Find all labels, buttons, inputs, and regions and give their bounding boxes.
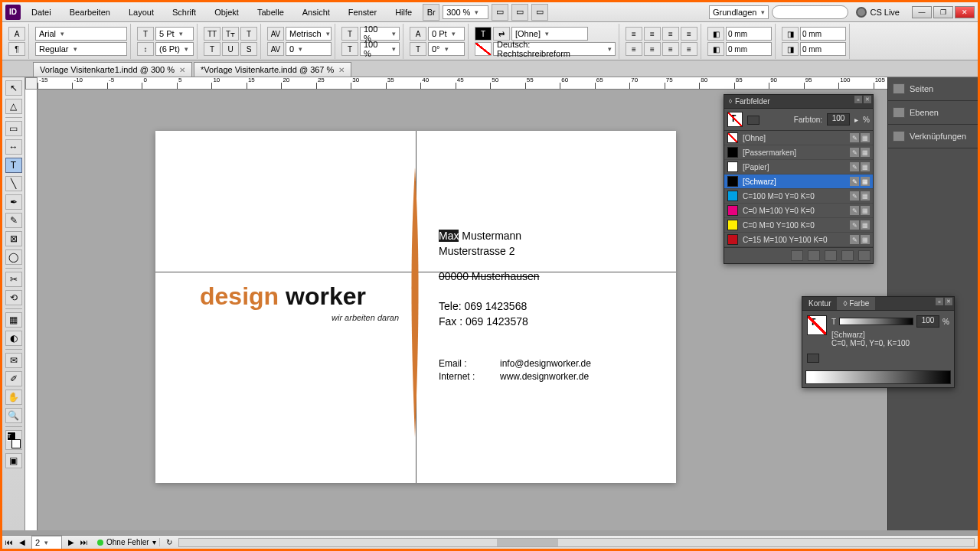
inset-d-input[interactable]: 0 mm	[800, 42, 846, 56]
swatch-row[interactable]: C=0 M=100 Y=0 K=0✎▦	[724, 204, 873, 218]
align-center-icon[interactable]: ≡	[644, 27, 661, 41]
tab-farbe[interactable]: ◊ Farbe	[837, 297, 875, 310]
doc-tab-2[interactable]: *Vorlage Visitenkarte.indd @ 367 %✕	[194, 62, 351, 77]
bridge-icon[interactable]: Br	[423, 4, 439, 21]
pencil-tool[interactable]: ✎	[5, 213, 22, 228]
swatch-row[interactable]: [Papier]✎▦	[724, 160, 873, 174]
align-full-icon[interactable]: ≡	[681, 42, 697, 56]
align-left-icon[interactable]: ≡	[626, 27, 642, 41]
window-close[interactable]: ✕	[955, 6, 975, 18]
doc-tab-1[interactable]: Vorlage Visitenkarte1.indd @ 300 %✕	[33, 62, 192, 77]
status-open-icon[interactable]: ↻	[166, 538, 172, 546]
stroke-proxy-icon[interactable]	[807, 354, 819, 363]
hscale-select[interactable]: 100 %	[360, 42, 400, 56]
cs-live-button[interactable]: CS Live	[851, 7, 904, 18]
preflight-status[interactable]: Ohne Fehler▾	[94, 538, 160, 546]
font-style-select[interactable]: Regular	[35, 42, 127, 56]
swatch-edit-icon[interactable]: ✎	[850, 133, 859, 142]
feather-tool[interactable]: ◐	[5, 331, 22, 346]
type-tool[interactable]: T	[5, 158, 22, 173]
panel-collapse-icon[interactable]: «	[854, 96, 862, 103]
stroke-icon[interactable]	[475, 42, 492, 56]
selected-text[interactable]: Max	[439, 230, 459, 242]
swatch-display-icon[interactable]	[791, 250, 803, 261]
inset-b-input[interactable]: 0 mm	[726, 42, 772, 56]
menu-hilfe[interactable]: Hilfe	[387, 5, 420, 20]
swatch-row[interactable]: [Ohne]✎▦	[724, 131, 873, 145]
swatch-edit-icon[interactable]: ✎	[850, 162, 859, 171]
page-number-select[interactable]: 2	[31, 536, 62, 549]
align-jc-icon[interactable]: ≡	[644, 42, 661, 56]
arrange-icon[interactable]: ▭	[531, 4, 548, 21]
strike-icon[interactable]: S	[240, 42, 257, 56]
caps-icon[interactable]: TT	[204, 27, 220, 41]
inset-c-input[interactable]: 0 mm	[800, 27, 846, 41]
swatches-panel[interactable]: «✕ Farbfelder T Farbton: 100 ▸ % [Ohne]✎…	[724, 94, 874, 264]
tracking-select[interactable]: 0	[286, 42, 332, 56]
smallcaps-icon[interactable]: Tᴛ	[222, 27, 239, 41]
underline-icon[interactable]: U	[222, 42, 239, 56]
menu-layout[interactable]: Layout	[121, 5, 162, 20]
color-panel[interactable]: «✕ Kontur ◊ Farbe T T100% [Schwarz] C=0,…	[802, 296, 955, 388]
vscale-select[interactable]: 100 %	[360, 27, 400, 41]
super-icon[interactable]: T	[240, 27, 257, 41]
tab-kontur[interactable]: Kontur	[802, 297, 837, 310]
scissors-tool[interactable]: ✂	[5, 272, 22, 287]
swatch-row[interactable]: C=100 M=0 Y=0 K=0✎▦	[724, 189, 873, 204]
color-proxy-icon[interactable]: T	[807, 315, 827, 335]
gap-tool[interactable]: ↔	[5, 139, 22, 155]
swatch-trash-icon[interactable]	[858, 250, 871, 261]
zoom-tool[interactable]: 🔍	[5, 408, 22, 423]
page-nav-next-icon[interactable]: ▶	[68, 538, 74, 546]
window-maximize[interactable]: ❐	[933, 6, 953, 18]
pen-tool[interactable]: ✒	[5, 194, 22, 210]
view-mode-tool[interactable]: ▣	[5, 453, 22, 468]
direct-select-tool[interactable]: △	[5, 99, 22, 114]
swatches-panel-title[interactable]: Farbfelder	[724, 95, 873, 109]
skew-input[interactable]: 0°	[428, 42, 465, 56]
panel-seiten[interactable]: Seiten	[888, 77, 978, 101]
color-spectrum[interactable]	[805, 370, 951, 384]
horizontal-scrollbar[interactable]	[178, 538, 975, 547]
menu-schrift[interactable]: Schrift	[165, 5, 204, 20]
swatch-new-icon[interactable]	[808, 250, 820, 261]
ruler-origin[interactable]	[25, 77, 38, 90]
line-tool[interactable]: ╲	[5, 176, 22, 191]
menu-ansicht[interactable]: Ansicht	[295, 5, 338, 20]
eyedropper-tool[interactable]: ✐	[5, 371, 22, 386]
align-jr-icon[interactable]: ≡	[662, 42, 679, 56]
zoom-select[interactable]: 300 %	[443, 5, 488, 19]
gradient-tool[interactable]: ▦	[5, 312, 22, 328]
baseline-input[interactable]: 0 Pt	[428, 27, 465, 41]
swatch-row[interactable]: C=0 M=0 Y=100 K=0✎▦	[724, 218, 873, 233]
menu-bearbeiten[interactable]: Bearbeiten	[62, 5, 118, 20]
leading-select[interactable]: (6 Pt)	[155, 42, 194, 56]
swatch-edit-icon[interactable]: ✎	[850, 235, 859, 244]
ruler-vertical[interactable]	[25, 90, 38, 530]
swatch-row[interactable]: [Passermarken]✎▦	[724, 145, 873, 160]
swatch-edit-icon[interactable]: ✎	[850, 206, 859, 215]
search-input[interactable]	[772, 5, 848, 19]
menu-fenster[interactable]: Fenster	[341, 5, 384, 20]
ellipse-tool[interactable]: ◯	[5, 249, 22, 265]
close-tab-icon[interactable]: ✕	[179, 66, 185, 74]
menu-tabelle[interactable]: Tabelle	[250, 5, 292, 20]
hand-tool[interactable]: ✋	[5, 390, 22, 405]
align-right-icon[interactable]: ≡	[662, 27, 679, 41]
swatch-edit-icon[interactable]: ✎	[850, 148, 859, 157]
swatch-edit-icon[interactable]: ✎	[850, 177, 859, 186]
fill-proxy-icon[interactable]: T	[727, 112, 743, 127]
color-value-input[interactable]: 100	[916, 315, 939, 328]
view-mode-icon[interactable]: ▭	[492, 4, 508, 21]
language-select[interactable]: Deutsch: Rechtschreibreform	[493, 42, 616, 56]
panel-close-icon[interactable]: ✕	[945, 298, 952, 305]
page-nav-first-icon[interactable]: ⏮	[5, 538, 13, 546]
swatch-row[interactable]: [Schwarz]✎▦	[724, 174, 873, 189]
window-minimize[interactable]: —	[912, 6, 932, 18]
menu-datei[interactable]: Datei	[24, 5, 59, 20]
swatch-edit-icon[interactable]: ✎	[850, 220, 859, 230]
screen-mode-icon[interactable]: ▭	[511, 4, 528, 21]
selection-tool[interactable]: ↖	[5, 80, 22, 96]
page-nav-last-icon[interactable]: ⏭	[80, 538, 88, 546]
note-tool[interactable]: ✉	[5, 353, 22, 368]
